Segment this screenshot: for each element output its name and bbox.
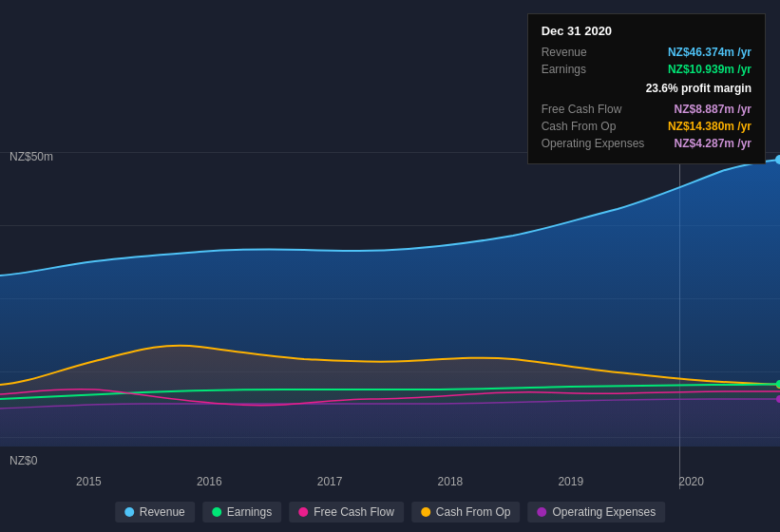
tooltip-row-cashop: Cash From Op NZ$14.380m /yr xyxy=(542,120,751,133)
legend-dot-fcf xyxy=(298,507,308,517)
chart-svg xyxy=(0,152,780,446)
tooltip-value-margin: 23.6% profit margin xyxy=(646,82,751,95)
tooltip-value-opex: NZ$4.287m /yr xyxy=(675,137,751,150)
tooltip-label-opex: Operating Expenses xyxy=(542,137,646,150)
legend-label-cashop: Cash From Op xyxy=(436,505,511,519)
legend-dot-revenue xyxy=(124,507,134,517)
tooltip-value-fcf: NZ$8.887m /yr xyxy=(675,103,751,116)
x-axis: 2015 2016 2017 2018 2019 2020 xyxy=(0,475,780,488)
y-label-bottom: NZ$0 xyxy=(10,454,37,467)
tooltip-row-opex: Operating Expenses NZ$4.287m /yr xyxy=(542,137,751,150)
legend-dot-opex xyxy=(538,507,547,517)
legend-label-opex: Operating Expenses xyxy=(553,505,656,519)
x-label-2019: 2019 xyxy=(558,475,583,488)
legend-label-earnings: Earnings xyxy=(227,505,272,519)
legend: Revenue Earnings Free Cash Flow Cash Fro… xyxy=(115,502,666,522)
tooltip-label-fcf: Free Cash Flow xyxy=(542,103,646,116)
legend-item-earnings[interactable]: Earnings xyxy=(202,502,281,522)
tooltip-value-cashop: NZ$14.380m /yr xyxy=(668,120,751,133)
x-label-2017: 2017 xyxy=(317,475,343,488)
legend-dot-earnings xyxy=(212,507,221,517)
tooltip-row-earnings: Earnings NZ$10.939m /yr xyxy=(542,63,751,76)
tooltip-label-revenue: Revenue xyxy=(542,46,646,59)
tooltip-date: Dec 31 2020 xyxy=(542,24,751,38)
x-label-2015: 2015 xyxy=(76,475,102,488)
tooltip-row-fcf: Free Cash Flow NZ$8.887m /yr xyxy=(542,103,751,116)
tooltip-row-revenue: Revenue NZ$46.374m /yr xyxy=(542,46,751,59)
legend-item-cashop[interactable]: Cash From Op xyxy=(411,502,521,522)
legend-item-fcf[interactable]: Free Cash Flow xyxy=(289,502,404,522)
x-label-2020: 2020 xyxy=(678,475,704,488)
x-label-2016: 2016 xyxy=(197,475,222,488)
tooltip-label-earnings: Earnings xyxy=(542,63,646,76)
legend-dot-cashop xyxy=(421,507,430,517)
legend-label-revenue: Revenue xyxy=(140,505,185,519)
x-label-2018: 2018 xyxy=(438,475,464,488)
tooltip-row-margin: 23.6% profit margin xyxy=(542,80,751,99)
legend-label-fcf: Free Cash Flow xyxy=(314,505,394,519)
chart-area: NZ$50m NZ$0 xyxy=(0,0,780,532)
tooltip-value-revenue: NZ$46.374m /yr xyxy=(668,46,751,59)
tooltip-value-earnings: NZ$10.939m /yr xyxy=(668,63,751,76)
tooltip-label-cashop: Cash From Op xyxy=(542,120,646,133)
tooltip-card: Dec 31 2020 Revenue NZ$46.374m /yr Earni… xyxy=(527,13,766,164)
legend-item-revenue[interactable]: Revenue xyxy=(115,502,195,522)
legend-item-opex[interactable]: Operating Expenses xyxy=(528,502,666,522)
